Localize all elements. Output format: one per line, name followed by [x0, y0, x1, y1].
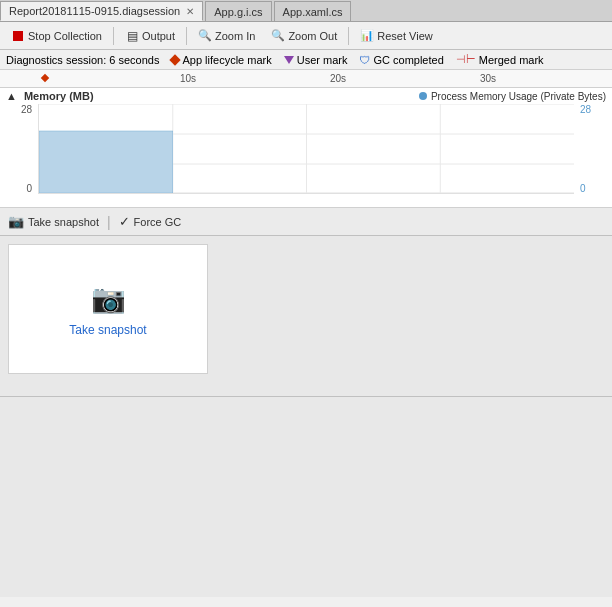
chart-y-axis-right: 28 0 [576, 104, 612, 194]
force-gc-icon: ✓ [119, 214, 130, 229]
status-bar: Diagnostics session: 6 seconds App lifec… [0, 50, 612, 70]
app-lifecycle-icon [170, 54, 181, 65]
ruler-tick-30s: 30s [480, 73, 496, 84]
ruler-tick-20s: 20s [330, 73, 346, 84]
svg-rect-7 [39, 131, 173, 193]
reset-view-icon: 📊 [360, 29, 374, 43]
gc-completed-label: GC completed [373, 54, 443, 66]
stop-collection-label: Stop Collection [28, 30, 102, 42]
chart-header: ▲ Memory (MB) Process Memory Usage (Priv… [0, 88, 612, 104]
zoom-out-label: Zoom Out [288, 30, 337, 42]
merged-mark-label: Merged mark [479, 54, 544, 66]
snapshot-card-empty[interactable]: 📷 Take snapshot [8, 244, 208, 374]
chart-svg [39, 104, 574, 193]
ruler-tick-10s: 10s [180, 73, 196, 84]
y-max-right: 28 [580, 104, 591, 115]
force-gc-label: Force GC [134, 216, 182, 228]
reset-view-label: Reset View [377, 30, 432, 42]
output-icon: ▤ [125, 29, 139, 43]
tab-appxaml-label: App.xaml.cs [283, 6, 343, 18]
zoom-in-icon: 🔍 [198, 29, 212, 43]
timeline-ruler: 10s 20s 30s [0, 70, 612, 88]
toolbar: Stop Collection ▤ Output 🔍 Zoom In 🔍 Zoo… [0, 22, 612, 50]
snapshot-panel: 📷 Take snapshot | ✓ Force GC 📷 Take snap… [0, 208, 612, 397]
snapshot-separator: | [107, 214, 111, 230]
toolbar-separator-3 [348, 27, 349, 45]
take-snapshot-toolbar-label: Take snapshot [28, 216, 99, 228]
tab-bar: Report20181115-0915.diagsession ✕ App.g.… [0, 0, 612, 22]
toolbar-separator-2 [186, 27, 187, 45]
chart-legend-label: Process Memory Usage (Private Bytes) [431, 91, 606, 102]
session-info: Diagnostics session: 6 seconds [6, 54, 159, 66]
zoom-out-button[interactable]: 🔍 Zoom Out [264, 25, 344, 47]
user-mark-label: User mark [297, 54, 348, 66]
user-mark-item: User mark [284, 54, 348, 66]
ruler-diamond [41, 74, 49, 82]
user-mark-icon [284, 56, 294, 64]
zoom-in-button[interactable]: 🔍 Zoom In [191, 25, 262, 47]
stop-icon [11, 29, 25, 43]
tab-diag[interactable]: Report20181115-0915.diagsession ✕ [0, 1, 203, 21]
reset-view-button[interactable]: 📊 Reset View [353, 25, 439, 47]
merged-mark-item: ⊣⊢ Merged mark [456, 53, 544, 66]
tab-diag-label: Report20181115-0915.diagsession [9, 5, 180, 17]
force-gc-button[interactable]: ✓ Force GC [119, 212, 182, 231]
chart-collapse-icon[interactable]: ▲ [6, 90, 17, 102]
tab-diag-close[interactable]: ✕ [186, 6, 194, 17]
tab-appgi-label: App.g.i.cs [214, 6, 262, 18]
chart-container: ▲ Memory (MB) Process Memory Usage (Priv… [0, 88, 612, 208]
y-min-right: 0 [580, 183, 586, 194]
legend-circle-icon [419, 92, 427, 100]
tab-appgi[interactable]: App.g.i.cs [205, 1, 271, 21]
camera-large-icon: 📷 [91, 282, 126, 315]
tab-appxaml[interactable]: App.xaml.cs [274, 1, 352, 21]
take-snapshot-toolbar-button[interactable]: 📷 Take snapshot [8, 212, 99, 231]
chart-y-axis-left: 28 0 [0, 104, 36, 194]
app-lifecycle-item: App lifecycle mark [171, 54, 271, 66]
chart-legend: Process Memory Usage (Private Bytes) [419, 91, 606, 102]
app-lifecycle-label: App lifecycle mark [182, 54, 271, 66]
camera-toolbar-icon: 📷 [8, 214, 24, 229]
output-button[interactable]: ▤ Output [118, 25, 182, 47]
chart-title: ▲ Memory (MB) [6, 90, 94, 102]
stop-collection-button[interactable]: Stop Collection [4, 25, 109, 47]
y-min-left: 0 [26, 183, 32, 194]
y-max-left: 28 [21, 104, 32, 115]
bottom-area [0, 397, 612, 597]
take-snapshot-link[interactable]: Take snapshot [69, 323, 146, 337]
zoom-out-icon: 🔍 [271, 29, 285, 43]
gc-completed-item: 🛡 GC completed [359, 54, 443, 66]
output-label: Output [142, 30, 175, 42]
merged-mark-icon: ⊣⊢ [456, 53, 476, 66]
snapshot-cards-area: 📷 Take snapshot [0, 236, 612, 396]
toolbar-separator-1 [113, 27, 114, 45]
gc-completed-icon: 🛡 [359, 54, 370, 66]
chart-inner[interactable] [38, 104, 574, 194]
snapshot-toolbar: 📷 Take snapshot | ✓ Force GC [0, 208, 612, 236]
zoom-in-label: Zoom In [215, 30, 255, 42]
